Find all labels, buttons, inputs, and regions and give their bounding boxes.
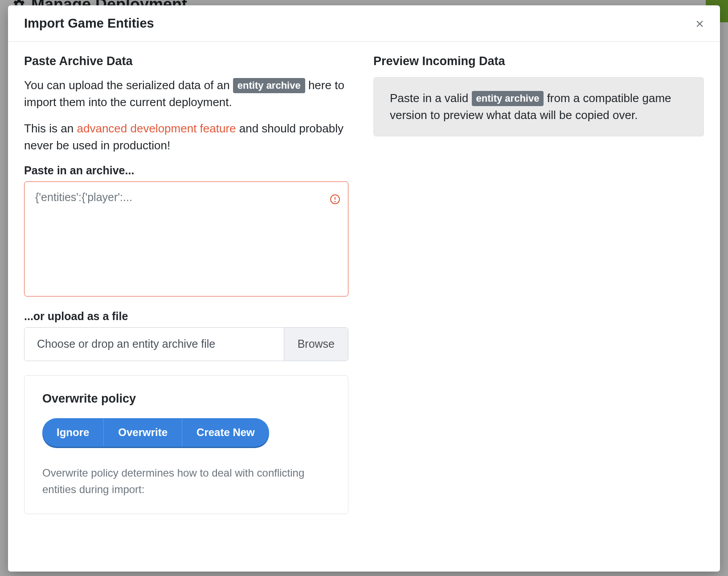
modal-body: Paste Archive Data You can upload the se… (8, 42, 720, 527)
preview-entity-archive-badge: entity archive (472, 91, 544, 106)
warning-prefix: This is an (24, 122, 77, 135)
policy-create-new-button[interactable]: Create New (182, 418, 269, 447)
preview-heading: Preview Incoming Data (373, 54, 704, 68)
error-icon (330, 194, 340, 205)
archive-textarea[interactable] (24, 181, 348, 296)
preview-box: Paste in a valid entity archive from a c… (373, 77, 704, 136)
modal-overlay: Import Game Entities × Paste Archive Dat… (0, 0, 728, 576)
policy-overwrite-button[interactable]: Overwrite (104, 418, 182, 447)
overwrite-policy-title: Overwrite policy (42, 392, 330, 406)
left-column: Paste Archive Data You can upload the se… (24, 54, 348, 514)
svg-point-2 (335, 201, 335, 202)
advanced-feature-link[interactable]: advanced development feature (77, 122, 236, 135)
paste-archive-heading: Paste Archive Data (24, 54, 348, 68)
file-input-row[interactable]: Choose or drop an entity archive file Br… (24, 327, 348, 361)
modal-title: Import Game Entities (24, 16, 154, 31)
right-column: Preview Incoming Data Paste in a valid e… (373, 54, 704, 514)
upload-label: ...or upload as a file (24, 310, 348, 323)
close-icon[interactable]: × (695, 16, 704, 31)
intro-prefix: You can upload the serialized data of an (24, 78, 233, 92)
import-entities-modal: Import Game Entities × Paste Archive Dat… (8, 5, 720, 572)
policy-pill-group: Ignore Overwrite Create New (42, 418, 269, 447)
archive-input-wrap (24, 181, 348, 298)
paste-label: Paste in an archive... (24, 164, 348, 177)
overwrite-policy-card: Overwrite policy Ignore Overwrite Create… (24, 375, 348, 514)
entity-archive-badge: entity archive (233, 78, 305, 93)
warning-paragraph: This is an advanced development feature … (24, 120, 348, 154)
policy-description: Overwrite policy determines how to deal … (42, 465, 330, 498)
intro-paragraph: You can upload the serialized data of an… (24, 77, 348, 111)
preview-prefix: Paste in a valid (390, 91, 472, 105)
policy-ignore-button[interactable]: Ignore (42, 418, 104, 447)
browse-button[interactable]: Browse (284, 328, 348, 361)
file-placeholder: Choose or drop an entity archive file (25, 328, 284, 361)
modal-header: Import Game Entities × (8, 5, 720, 42)
